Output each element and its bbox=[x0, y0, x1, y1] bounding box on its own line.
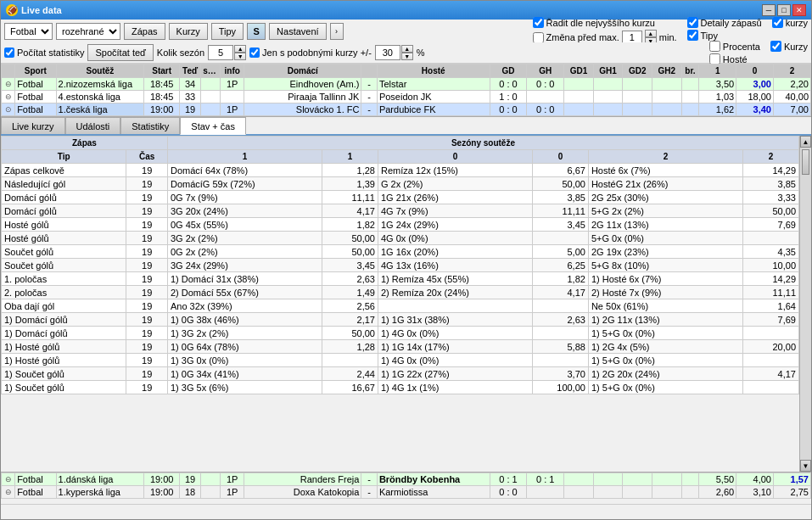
stats-cell: Zápas celkově bbox=[2, 164, 126, 177]
stats-cell: 5,00 bbox=[533, 245, 589, 259]
tab-statistiky[interactable]: Statistiky bbox=[120, 117, 180, 134]
br-cell bbox=[681, 473, 699, 486]
sezon-down[interactable]: ▼ bbox=[234, 53, 246, 60]
stats-cell: 2. poločas bbox=[2, 286, 126, 299]
th-ted[interactable]: Teď bbox=[179, 64, 200, 78]
stats-cell: Součet gólů bbox=[2, 245, 126, 259]
zapas-button[interactable]: Zápas bbox=[124, 23, 165, 40]
sezon-up[interactable]: ▲ bbox=[234, 45, 246, 53]
gd1-cell bbox=[564, 91, 594, 103]
percent-input[interactable] bbox=[375, 45, 400, 60]
stats-cell: 14,29 bbox=[743, 272, 799, 286]
th-soutez[interactable]: Soutěž bbox=[56, 64, 144, 78]
start-cell: 18:45 bbox=[144, 78, 180, 91]
expand-btn[interactable]: ⊖ bbox=[2, 91, 15, 103]
expand-btn[interactable]: ⊖ bbox=[2, 473, 15, 486]
scroll-thumb[interactable] bbox=[802, 149, 809, 175]
table-row[interactable]: ⊖ Fotbal 1.dánská liga 19:00 19 1P Rande… bbox=[2, 473, 811, 486]
kurzy-button[interactable]: Kurzy bbox=[169, 23, 208, 40]
stats-cell: 3G 2x (2%) bbox=[167, 232, 322, 245]
type-select[interactable]: rozehrané bbox=[56, 23, 120, 40]
stats-cell: 0G 45x (55%) bbox=[167, 218, 322, 232]
scroll-down-button[interactable]: ▼ bbox=[800, 460, 811, 472]
expand-btn[interactable]: ⊙ bbox=[2, 103, 15, 116]
radit-checkbox[interactable] bbox=[533, 17, 544, 28]
stats-container: Zápas Sezóny soutěže Tip Čas 1 1 0 0 2 bbox=[1, 136, 799, 472]
tab-udalosti[interactable]: Události bbox=[65, 117, 121, 134]
tab-stav-cas[interactable]: Stav + čas bbox=[180, 117, 246, 135]
close-button[interactable]: ✕ bbox=[792, 4, 806, 16]
stats-cell: 1) Součet gólů bbox=[2, 367, 126, 381]
stats-cell: Domácí gólů bbox=[2, 191, 126, 204]
stats-cell: Následující gól bbox=[2, 177, 126, 191]
stats-cell: 1) 4G 0x (0%) bbox=[378, 327, 532, 340]
kurzy2-checkbox[interactable] bbox=[770, 41, 781, 52]
spocitat-button[interactable]: Spočítat teď bbox=[87, 44, 153, 61]
percent-up[interactable]: ▲ bbox=[401, 45, 413, 53]
stats-cell: 1) 1G 14x (17%) bbox=[378, 340, 532, 354]
stats-cell: 4G 7x (9%) bbox=[378, 204, 532, 218]
top-controls: Fotbal rozehrané Zápas Kurzy Tipy S Nast… bbox=[1, 20, 811, 64]
stats-cell: 1) 2G 4x (5%) bbox=[588, 340, 742, 354]
stats-row: Oba dají gól19Ano 32x (39%)2,56Ne 50x (6… bbox=[2, 299, 799, 313]
percent-down[interactable]: ▼ bbox=[401, 53, 413, 60]
sport-select[interactable]: Fotbal bbox=[4, 23, 53, 40]
stats-cell: 5,88 bbox=[533, 340, 589, 354]
col1-cell: 1,03 bbox=[699, 91, 736, 103]
tabs-section: Live kurzy Události Statistiky Stav + ča… bbox=[1, 117, 811, 472]
pocitat-checkbox[interactable] bbox=[4, 48, 14, 58]
zmena-checkbox[interactable] bbox=[533, 32, 544, 43]
zmena-up[interactable]: ▲ bbox=[645, 30, 657, 37]
hoste-cell: Pardubice FK bbox=[377, 103, 490, 116]
stats-cell bbox=[533, 299, 589, 313]
tipy-button[interactable]: Tipy bbox=[211, 23, 244, 40]
stats-cell: 1) 0G 34x (41%) bbox=[167, 367, 322, 381]
gh1-cell bbox=[593, 486, 623, 499]
arrow-button[interactable]: › bbox=[330, 23, 344, 40]
table-row[interactable]: ⊖ Fotbal 1.kyperská liga 19:00 18 1P Dox… bbox=[2, 486, 811, 499]
sep-cell: - bbox=[361, 91, 377, 103]
table-row[interactable]: ⊖ Fotbal 4.estonská liga 18:45 33 Piraaj… bbox=[2, 91, 811, 103]
cas-header: Čas bbox=[126, 150, 168, 164]
top-table-section: Sport Soutěž Start Teď stats info Domácí… bbox=[1, 64, 811, 117]
gd2-cell bbox=[623, 91, 652, 103]
stats-cell: 1) Součet gólů bbox=[2, 381, 126, 394]
detail-checkbox[interactable] bbox=[687, 17, 698, 28]
th-start[interactable]: Start bbox=[144, 64, 180, 78]
vertical-scrollbar[interactable]: ▲ ▼ bbox=[799, 136, 811, 472]
sezon-input[interactable] bbox=[208, 45, 233, 60]
tab-live-kurzy[interactable]: Live kurzy bbox=[1, 117, 65, 134]
stats-cell: 19 bbox=[126, 245, 168, 259]
s-button[interactable]: S bbox=[247, 23, 266, 40]
stats-cell: 16,67 bbox=[322, 381, 378, 394]
th-sport[interactable]: Sport bbox=[15, 64, 56, 78]
jen-s-label: Jen s podobnými kurzy +/- bbox=[262, 48, 372, 58]
nastaveni-button[interactable]: Nastavení bbox=[269, 23, 327, 40]
th-col1: 1 bbox=[699, 64, 736, 78]
scroll-up-button[interactable]: ▲ bbox=[800, 136, 811, 148]
hoste-cell: Bröndby Kobenha bbox=[377, 473, 490, 486]
hoste-cell: Poseidon JK bbox=[377, 91, 490, 103]
kurzy3-checkbox[interactable] bbox=[772, 17, 783, 28]
info-cell: 1P bbox=[221, 103, 244, 116]
table-row-selected[interactable]: ⊙ Fotbal 1.česká liga 19:00 19 1P Slovác… bbox=[2, 103, 811, 116]
stats-cell: 11,11 bbox=[743, 286, 799, 299]
procenta-checkbox[interactable] bbox=[709, 41, 720, 52]
jen-s-checkbox[interactable] bbox=[249, 48, 260, 58]
stats-cell: 1) 4G 0x (0%) bbox=[378, 354, 532, 367]
expand-btn[interactable]: ⊖ bbox=[2, 78, 15, 91]
expand-btn[interactable]: ⊖ bbox=[2, 486, 15, 499]
tipy-checkbox[interactable] bbox=[687, 30, 698, 41]
minimize-button[interactable]: ─ bbox=[762, 4, 776, 16]
stats-cell: 19 bbox=[126, 204, 168, 218]
maximize-button[interactable]: □ bbox=[777, 4, 791, 16]
controls-row1: Fotbal rozehrané Zápas Kurzy Tipy S Nast… bbox=[1, 20, 811, 42]
gd2-cell bbox=[623, 486, 652, 499]
stats-cell: 7,69 bbox=[743, 313, 799, 327]
stats-cell: 14,29 bbox=[743, 164, 799, 177]
stats-row: 1) Domácí gólů191) 0G 38x (46%)2,171) 1G… bbox=[2, 313, 799, 327]
th-gh2: GH2 bbox=[652, 64, 681, 78]
table-row[interactable]: ⊖ Fotbal 2.nizozemská liga 18:45 34 1P E… bbox=[2, 78, 811, 91]
info-cell: 1P bbox=[221, 486, 244, 499]
sezon-spin: ▲ ▼ bbox=[234, 45, 246, 60]
